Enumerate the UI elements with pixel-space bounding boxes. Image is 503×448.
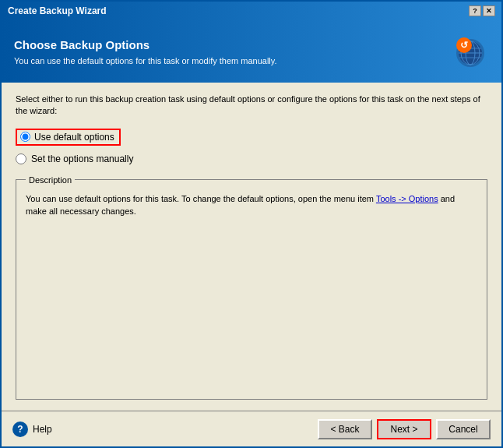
help-section[interactable]: ? Help bbox=[12, 422, 52, 437]
description-text: You can use default options for this tas… bbox=[26, 192, 477, 218]
title-bar-buttons: ? ✕ bbox=[469, 5, 495, 16]
radio-default[interactable] bbox=[20, 132, 30, 142]
nav-buttons: < Back Next > Cancel bbox=[318, 419, 491, 439]
description-text-before: You can use default options for this tas… bbox=[26, 194, 376, 203]
tools-options-link[interactable]: Tools -> Options bbox=[376, 194, 438, 203]
title-bar: Create Backup Wizard ? ✕ bbox=[2, 2, 501, 20]
option-manual[interactable]: Set the options manually bbox=[16, 153, 487, 164]
close-title-button[interactable]: ✕ bbox=[483, 5, 495, 16]
help-label[interactable]: Help bbox=[33, 424, 52, 435]
wizard-header: Choose Backup Options You can use the de… bbox=[2, 20, 501, 83]
wizard-icon: ↺ bbox=[445, 30, 489, 73]
radio-default-label[interactable]: Use default options bbox=[34, 132, 114, 143]
instruction-text: Select either to run this backup creatio… bbox=[16, 93, 487, 118]
svg-text:↺: ↺ bbox=[460, 40, 468, 51]
option-default[interactable]: Use default options bbox=[16, 129, 487, 146]
header-text: Choose Backup Options You can use the de… bbox=[14, 38, 445, 65]
radio-group: Use default options Set the options manu… bbox=[16, 129, 487, 164]
cancel-button[interactable]: Cancel bbox=[436, 419, 491, 439]
description-fieldset: Description You can use default options … bbox=[16, 175, 487, 400]
help-circle-icon: ? bbox=[12, 422, 28, 437]
window-title: Create Backup Wizard bbox=[8, 5, 107, 16]
description-legend: Description bbox=[26, 175, 75, 185]
header-title: Choose Backup Options bbox=[14, 38, 445, 51]
radio-manual-label[interactable]: Set the options manually bbox=[31, 153, 133, 164]
content-area: Select either to run this backup creatio… bbox=[2, 83, 501, 411]
wizard-window: Create Backup Wizard ? ✕ Choose Backup O… bbox=[0, 0, 503, 448]
header-subtitle: You can use the default options for this… bbox=[14, 56, 445, 65]
next-button[interactable]: Next > bbox=[377, 419, 431, 439]
radio-manual[interactable] bbox=[16, 153, 26, 164]
help-title-button[interactable]: ? bbox=[469, 5, 481, 16]
back-button[interactable]: < Back bbox=[318, 419, 372, 439]
bottom-bar: ? Help < Back Next > Cancel bbox=[2, 411, 501, 446]
